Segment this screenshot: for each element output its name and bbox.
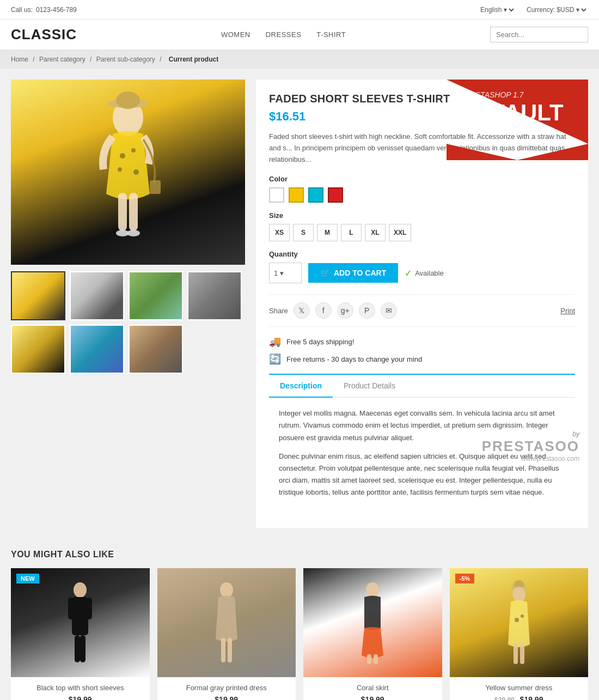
share-pinterest[interactable]: P — [359, 302, 375, 319]
product-card-1[interactable]: NEW Black top with short sleeves $19.99 — [11, 568, 150, 700]
product-card-4-info: Yellow summer dress $39.99 $19.99 — [450, 677, 589, 700]
color-label: Color — [269, 175, 575, 183]
thumbnail-3[interactable] — [129, 271, 183, 320]
phone-number: 0123-456-789 — [36, 6, 77, 14]
svg-point-27 — [515, 618, 519, 622]
svg-rect-13 — [72, 597, 88, 635]
size-m[interactable]: M — [317, 224, 338, 241]
svg-rect-29 — [514, 643, 518, 664]
product-card-1-price: $19.99 — [17, 695, 143, 700]
color-red[interactable] — [328, 187, 343, 203]
svg-rect-15 — [87, 598, 92, 619]
color-white[interactable] — [269, 187, 284, 203]
svg-rect-17 — [80, 635, 85, 662]
language-select[interactable]: English ▾ French — [478, 5, 516, 14]
svg-rect-22 — [367, 654, 371, 664]
product-card-1-image — [11, 568, 150, 677]
main-product-image — [11, 80, 245, 265]
breadcrumb-home[interactable]: Home — [11, 56, 28, 63]
svg-point-4 — [131, 148, 136, 153]
product-card-2-image — [157, 568, 296, 677]
svg-point-18 — [220, 582, 233, 598]
size-xxl[interactable]: XXL — [389, 224, 411, 241]
size-label: Size — [269, 211, 575, 220]
svg-point-26 — [512, 587, 525, 602]
nav-tshirt[interactable]: T-SHIRT — [316, 31, 346, 39]
size-s[interactable]: S — [293, 224, 314, 241]
badge-sale: -5% — [455, 574, 475, 583]
tab-description[interactable]: Description — [269, 375, 333, 398]
size-xl[interactable]: XL — [365, 224, 386, 241]
product-card-3[interactable]: Coral skirt $19.99 — [303, 568, 442, 700]
thumbnail-6[interactable] — [70, 325, 124, 374]
thumbnail-4[interactable] — [187, 271, 242, 320]
top-bar-right: English ▾ French Currency: $USD ▾ EUR — [478, 5, 588, 14]
shipping-icon: 🚚 — [269, 336, 281, 348]
product-card-2-info: Formal gray printed dress $19.99 — [157, 677, 296, 700]
currency-select[interactable]: Currency: $USD ▾ EUR — [524, 5, 588, 14]
svg-rect-11 — [150, 180, 161, 194]
prestasoo-branding: by PRESTASOO www.prestasoo.com — [482, 430, 579, 462]
product-card-4[interactable]: -5% Yellow summer dress — [450, 568, 589, 700]
also-like-section: YOU MIGHT ALSO LIKE NEW Black top — [0, 539, 599, 700]
search-input[interactable] — [490, 27, 588, 42]
quantity-arrow[interactable]: ▾ — [280, 269, 284, 277]
share-facebook[interactable]: f — [315, 302, 332, 319]
thumbnail-5[interactable] — [11, 325, 65, 374]
also-like-title: YOU MIGHT ALSO LIKE — [11, 550, 588, 559]
thumbnail-7[interactable] — [129, 325, 183, 374]
size-xs[interactable]: XS — [269, 224, 290, 241]
print-link[interactable]: Print — [560, 307, 575, 315]
benefit-shipping-text: Free 5 days shipping! — [286, 338, 354, 346]
tab-headers: Description Product Details — [269, 375, 575, 398]
product-card-2-name: Formal gray printed dress — [164, 684, 290, 692]
benefit-shipping: 🚚 Free 5 days shipping! — [269, 336, 575, 348]
thumbnail-1[interactable] — [11, 271, 65, 320]
share-google[interactable]: g+ — [337, 302, 353, 319]
quantity-label: Quantity — [269, 250, 575, 258]
svg-point-12 — [74, 582, 87, 598]
product-card-2[interactable]: Formal gray printed dress $19.99 — [157, 568, 296, 700]
breadcrumb-parent[interactable]: Parent category — [39, 56, 85, 63]
product-card-3-info: Coral skirt $19.99 — [303, 677, 442, 700]
product-card-4-price: $39.99 $19.99 — [456, 695, 582, 700]
svg-point-5 — [118, 167, 122, 172]
nav-women[interactable]: WOMEN — [221, 31, 250, 39]
tab-product-details[interactable]: Product Details — [333, 375, 406, 398]
breadcrumb-sub[interactable]: Parent sub-category — [96, 56, 155, 63]
svg-rect-23 — [374, 654, 378, 664]
quantity-value: 1 — [274, 269, 278, 277]
color-yellow[interactable] — [289, 187, 304, 203]
benefit-returns: 🔄 Free returns - 30 days to change your … — [269, 353, 575, 365]
svg-rect-7 — [118, 193, 127, 231]
svg-rect-8 — [129, 193, 138, 231]
product-card-4-old-price: $39.99 — [494, 696, 515, 700]
check-icon: ✓ — [405, 268, 412, 278]
main-nav: WOMEN DRESSES T-SHIRT — [221, 31, 346, 39]
top-bar: Call us: 0123-456-789 English ▾ French C… — [0, 0, 599, 20]
quantity-input[interactable]: 1 ▾ — [269, 263, 302, 283]
thumbnail-2[interactable] — [70, 271, 124, 320]
svg-rect-30 — [520, 643, 524, 664]
product-card-4-image — [450, 568, 589, 677]
thumbnail-list — [11, 271, 245, 374]
share-row: Share 𝕏 f g+ P ✉ Print — [269, 294, 575, 327]
color-cyan[interactable] — [308, 187, 323, 203]
product-card-1-name: Black top with short sleeves — [17, 684, 143, 692]
logo[interactable]: CLASSIC — [11, 26, 77, 43]
benefits: 🚚 Free 5 days shipping! 🔄 Free returns -… — [269, 336, 575, 365]
returns-icon: 🔄 — [269, 353, 281, 365]
add-to-cart-button[interactable]: 🛒 ADD TO CART — [308, 263, 398, 283]
share-label: Share — [269, 307, 288, 315]
product-card-4-name: Yellow summer dress — [456, 684, 582, 692]
cart-icon: 🛒 — [320, 269, 329, 277]
product-card-3-image — [303, 568, 442, 677]
share-twitter[interactable]: 𝕏 — [294, 302, 310, 319]
nav-dresses[interactable]: DRESSES — [266, 31, 302, 39]
svg-point-10 — [127, 230, 140, 236]
share-email[interactable]: ✉ — [381, 302, 397, 319]
product-description: Faded short sleeves t-shirt with high ne… — [269, 131, 575, 165]
product-images — [11, 80, 245, 528]
size-l[interactable]: L — [341, 224, 362, 241]
availability: ✓ Available — [405, 268, 444, 278]
